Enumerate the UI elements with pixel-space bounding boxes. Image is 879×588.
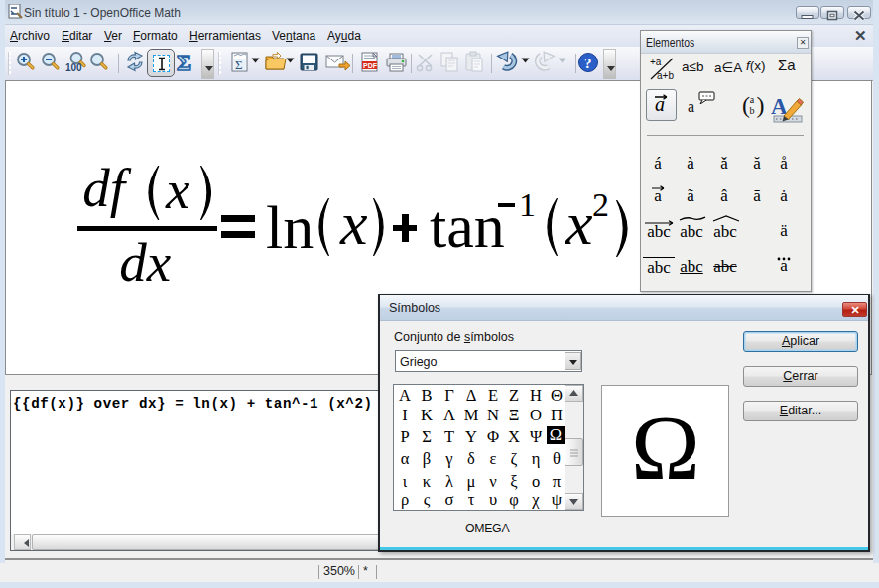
svg-text:Σ: Σ [235,58,243,72]
svg-text:100: 100 [65,62,82,73]
svg-text:PDF: PDF [363,62,378,69]
svg-text:+a: +a [650,57,662,67]
svg-text:Σ: Σ [177,51,191,74]
svg-text:a+b: a+b [657,70,674,81]
svg-text:?: ? [584,56,592,71]
